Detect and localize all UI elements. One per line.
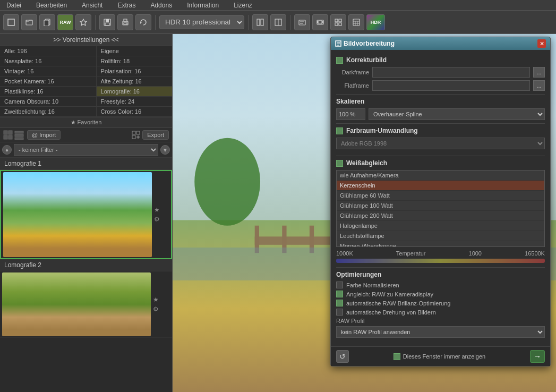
stat-vintage[interactable]: Vintage: 16 [0, 66, 96, 76]
lomo1-star[interactable]: ★ [154, 206, 160, 214]
menu-lizenz[interactable]: Lizenz [232, 2, 254, 9]
reset-button[interactable]: ↺ [336, 350, 349, 363]
svg-rect-7 [105, 23, 109, 25]
svg-rect-18 [317, 21, 318, 23]
flatframe-input[interactable] [372, 80, 530, 91]
toolbar-btn-copy[interactable] [39, 14, 55, 30]
toolbar-btn-film[interactable] [312, 14, 328, 30]
toolbar-sep-2 [155, 15, 156, 30]
menu-ansicht[interactable]: Ansicht [80, 2, 105, 9]
lomo2-gear[interactable]: ⚙ [153, 305, 159, 313]
menu-extras[interactable]: Extras [115, 2, 138, 9]
weissabgleich-checkbox[interactable] [336, 160, 343, 167]
hdr-preset-select[interactable]: HDR 10 professional [159, 15, 244, 29]
toolbar-btn-view1[interactable] [252, 14, 268, 30]
menu-bearbeiten[interactable]: Bearbeiten [34, 2, 69, 9]
darkframe-browse-btn[interactable]: ... [533, 67, 545, 78]
bildvorbereitung-dialog: Bildvorbereitung ✕ Korrekturbild Darkfra… [330, 37, 551, 367]
filter-arrow[interactable]: ▼ [160, 145, 170, 155]
stat-row-2: Vintage: 16 Polarisation: 16 [0, 66, 172, 76]
dialog-body: Korrekturbild Darkframe ... Flatframe ..… [331, 50, 550, 346]
lomo1-gear[interactable]: ⚙ [154, 216, 160, 223]
stat-alle[interactable]: Alle: 196 [0, 46, 96, 56]
wb-item-1[interactable]: Kerzenschein [337, 181, 544, 191]
show-always-checkbox[interactable] [394, 353, 400, 360]
wb-item-2[interactable]: Glühlampe 60 Watt [337, 191, 544, 201]
menu-addons[interactable]: Addons [148, 2, 174, 9]
toolbar-btn-open[interactable] [21, 14, 37, 30]
lomo2-star[interactable]: ★ [153, 296, 159, 303]
stat-cameraobscura[interactable]: Camera Obscura: 10 [0, 97, 96, 107]
toolbar-btn-raw[interactable]: RAW [57, 14, 73, 30]
svg-rect-9 [124, 19, 127, 21]
stat-polarisation[interactable]: Polarisation: 16 [96, 66, 172, 76]
temp-max-label: 16500K [525, 250, 545, 257]
toolbar: RAW HDR 10 professional HDR [0, 11, 556, 34]
stat-freestyle[interactable]: Freestyle: 24 [96, 97, 172, 107]
flatframe-browse-btn[interactable]: ... [533, 80, 545, 91]
opt-checkbox-3[interactable] [336, 309, 343, 316]
svg-rect-25 [353, 19, 360, 25]
wb-item-7[interactable]: Morgen-/Abendsonne [337, 241, 544, 247]
farbraum-select[interactable]: Adobe RGB 1998 [336, 138, 545, 149]
opt-checkbox-1[interactable] [336, 291, 343, 297]
stat-rollfilm[interactable]: Rollfilm: 18 [96, 56, 172, 66]
wb-item-4[interactable]: Glühlampe 200 Watt [337, 211, 544, 221]
weissabgleich-list: wie Aufnahme/Kamera Kerzenschein Glühlam… [336, 170, 545, 247]
toolbar-btn-new[interactable] [3, 14, 19, 30]
toolbar-btn-view2[interactable] [270, 14, 286, 30]
wb-item-5[interactable]: Halogenlampe [337, 221, 544, 231]
korrekturbild-checkbox[interactable] [336, 57, 343, 64]
temperature-slider[interactable] [336, 259, 545, 263]
toolbar-btn-hdr-visual[interactable]: HDR [366, 14, 385, 30]
list-view-icon[interactable] [14, 130, 24, 140]
dialog-titlebar[interactable]: Bildvorbereitung ✕ [331, 37, 550, 50]
opt-checkbox-2[interactable] [336, 300, 343, 306]
stat-row-5: Camera Obscura: 10 Freestyle: 24 [0, 97, 172, 107]
filter-select[interactable]: - keinen Filter - [14, 144, 158, 156]
stat-nassplatte[interactable]: Nassplatte: 16 [0, 56, 96, 66]
stat-zweitbelichtung[interactable]: Zweitbelichtung: 16 [0, 107, 96, 117]
preset-item-lomo2[interactable]: ★ ⚙ [0, 271, 172, 338]
stat-eigene[interactable]: Eigene [96, 46, 172, 56]
scale-value-input[interactable] [336, 108, 365, 120]
svg-point-44 [194, 138, 260, 226]
dialog-close-button[interactable]: ✕ [537, 39, 546, 48]
grid-view-icon[interactable] [3, 130, 13, 140]
svg-rect-21 [335, 19, 338, 22]
toolbar-btn-refresh[interactable] [135, 14, 151, 30]
wb-item-3[interactable]: Glühlampe 100 Watt [337, 201, 544, 211]
toolbar-btn-grid[interactable] [330, 14, 346, 30]
toolbar-btn-save[interactable] [99, 14, 115, 30]
toolbar-btn-info[interactable] [348, 14, 364, 30]
darkframe-input[interactable] [372, 67, 530, 78]
flatframe-label: Flatframe [336, 82, 369, 89]
weissabgleich-label: Weißabgleich [346, 159, 387, 167]
toolbar-btn-print[interactable] [117, 14, 133, 30]
stat-pocket[interactable]: Pocket Kamera: 16 [0, 76, 96, 87]
raw-profil-select[interactable]: kein RAW Profil anwenden [336, 326, 545, 338]
stat-lomografie[interactable]: Lomografie: 16 [96, 87, 172, 97]
import-button[interactable]: @ Import [27, 130, 61, 140]
wb-item-6[interactable]: Leuchtstofflampe [337, 231, 544, 241]
wb-item-0[interactable]: wie Aufnahme/Kamera [337, 171, 544, 181]
preset-item-lomo1[interactable]: ★ ⚙ [0, 170, 172, 259]
menu-information[interactable]: Information [185, 2, 221, 9]
opt-row-3: automatische Drehung von Bildern [336, 309, 545, 316]
menu-datei[interactable]: Datei [4, 2, 23, 9]
lomo1-image [3, 172, 152, 257]
plus-grid-icon[interactable] [132, 131, 140, 139]
toolbar-btn-browse[interactable] [294, 14, 310, 30]
stat-altezeitung[interactable]: Alte Zeitung: 16 [96, 76, 172, 87]
ok-button[interactable]: → [530, 350, 545, 363]
favorites-bar[interactable]: ★ Favoriten [0, 117, 172, 128]
svg-rect-33 [8, 135, 12, 139]
farbraum-checkbox[interactable] [336, 127, 343, 134]
opt-checkbox-0[interactable] [336, 282, 343, 288]
filter-dot[interactable]: ● [2, 145, 12, 155]
export-button[interactable]: Export [142, 130, 169, 140]
stat-crosscolor[interactable]: Cross Color: 16 [96, 107, 172, 117]
scale-algorithm-select[interactable]: Overhauser-Spline [369, 108, 545, 120]
toolbar-btn-star[interactable] [75, 14, 91, 30]
stat-plastiklinse[interactable]: Plastiklinse: 16 [0, 87, 96, 97]
